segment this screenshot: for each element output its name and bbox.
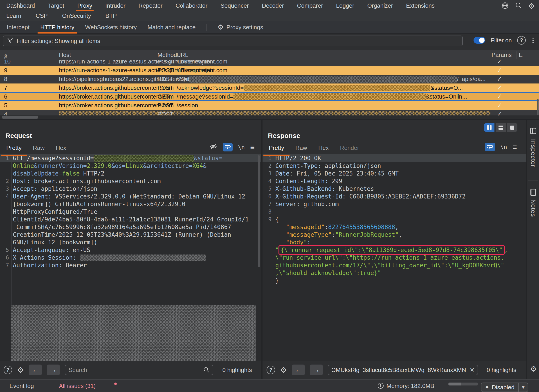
menu-item-comparer[interactable]: Comparer xyxy=(297,2,323,9)
menu-icon[interactable]: ≡ xyxy=(250,143,255,151)
menu-item-intruder[interactable]: Intruder xyxy=(105,2,125,9)
row-number: 10 xyxy=(4,60,10,66)
tab-pretty[interactable]: Pretty xyxy=(269,145,284,151)
menu-item-proxy[interactable]: Proxy xyxy=(77,2,92,9)
annotation-highlight-box: {\"runner_request_id\":\"8a11369d-eced-5… xyxy=(279,245,505,255)
editor-line: 2Content-Type: application/json xyxy=(263,162,526,170)
tab-inspector[interactable]: Inspector xyxy=(529,139,537,167)
newline-icon[interactable]: \n xyxy=(238,144,245,150)
tab-notes[interactable]: Notes xyxy=(529,199,537,217)
line-number: 6 xyxy=(263,193,272,200)
menu-item-repeater[interactable]: Repeater xyxy=(139,2,163,9)
word-wrap-icon[interactable] xyxy=(223,143,233,151)
response-editor[interactable]: 1HTTP/2 200 OK2Content-Type: application… xyxy=(263,154,526,391)
menu-item-sequencer[interactable]: Sequencer xyxy=(221,2,249,9)
filter-toggle[interactable] xyxy=(474,37,485,44)
row-method: POST xyxy=(158,66,173,75)
response-search-input[interactable]: ƆMUksRlg_3sflucut8c5B8arxLMWq_8WkRanxXMN… xyxy=(328,365,478,375)
search-icon[interactable] xyxy=(515,2,522,10)
clear-search-icon[interactable]: ✕ xyxy=(468,367,475,373)
filter-settings-field[interactable]: Filter settings: Showing all items xyxy=(3,36,463,46)
tab-http-history[interactable]: HTTP history xyxy=(40,24,74,31)
request-scrollbar[interactable] xyxy=(258,155,260,267)
tab-intercept[interactable]: Intercept xyxy=(7,24,29,31)
inspector-icon[interactable] xyxy=(529,127,537,136)
memory-bar xyxy=(448,382,478,386)
table-row-4[interactable]: 4POST✓ xyxy=(0,110,539,116)
menu-item-onsecurity[interactable]: OnSecurity xyxy=(62,12,91,19)
event-log-button[interactable]: Event log xyxy=(10,382,34,390)
notes-icon[interactable] xyxy=(530,189,537,197)
prev-match-button[interactable]: ← xyxy=(29,365,42,375)
row-number: 4 xyxy=(4,110,7,116)
table-row-6[interactable]: 6https://broker.actions.githubuserconten… xyxy=(0,92,539,101)
tab-raw[interactable]: Raw xyxy=(295,145,307,151)
next-match-button[interactable]: → xyxy=(47,365,60,375)
table-row-10[interactable]: 10https://run-actions-1-azure-eastus.act… xyxy=(0,60,539,66)
tab-websockets-history[interactable]: WebSockets history xyxy=(85,24,137,31)
tab-pretty[interactable]: Pretty xyxy=(6,145,22,151)
burp-ai-button[interactable]: ✦ Disabled ▼ xyxy=(481,382,528,392)
editor-line: CreationTime/2025-12-05T23%3A40%3A29.915… xyxy=(0,231,261,238)
panel-settings-icon[interactable]: ⚙ xyxy=(530,365,537,373)
main-menubar: DashboardTargetProxyIntruderRepeaterColl… xyxy=(0,0,539,21)
menu-item-learn[interactable]: Learn xyxy=(6,12,21,19)
column-method[interactable]: Method xyxy=(158,52,177,58)
table-row-5[interactable]: 5https://broker.actions.githubuserconten… xyxy=(0,101,539,110)
table-row-8[interactable]: 8https://pipelinesghubeus22.actions.gith… xyxy=(0,75,539,83)
prev-match-button[interactable]: ← xyxy=(292,365,305,375)
single-pane-button[interactable] xyxy=(507,123,517,132)
search-settings-icon[interactable]: ⚙ xyxy=(280,366,287,374)
request-search-input[interactable]: Search xyxy=(65,365,213,375)
split-columns-button[interactable] xyxy=(484,123,495,132)
help-icon[interactable]: ? xyxy=(517,36,526,44)
tab-match-and-replace[interactable]: Match and replace xyxy=(148,24,196,31)
table-row-9[interactable]: 9https://run-actions-1-azure-eastus.acti… xyxy=(0,66,539,75)
column-edited[interactable]: E xyxy=(519,52,523,58)
response-title: Response xyxy=(268,132,300,140)
params-check-icon: ✓ xyxy=(495,83,504,92)
help-icon[interactable]: ? xyxy=(267,366,275,374)
all-issues-button[interactable]: All issues (31) xyxy=(59,382,96,390)
menu-item-extensions[interactable]: Extensions xyxy=(406,2,435,9)
eye-off-icon[interactable] xyxy=(209,143,217,152)
response-highlights-count: 0 highlights xyxy=(486,367,516,373)
menu-icon[interactable]: ≡ xyxy=(512,143,517,151)
globe-icon[interactable] xyxy=(501,2,509,10)
menu-item-logger[interactable]: Logger xyxy=(336,2,354,9)
redacted-url xyxy=(244,85,430,91)
column-params[interactable]: Params xyxy=(491,52,512,58)
next-match-button[interactable]: → xyxy=(310,365,323,375)
menu-item-csp[interactable]: CSP xyxy=(36,12,48,19)
column-host[interactable]: Host xyxy=(59,52,71,58)
settings-icon[interactable]: ⚙ xyxy=(528,2,535,10)
more-options-icon[interactable] xyxy=(531,38,535,43)
line-number: 7 xyxy=(263,200,272,208)
menu-item-dashboard[interactable]: Dashboard xyxy=(6,2,35,9)
panel-splitter[interactable] xyxy=(261,120,263,379)
tab-proxy-settings[interactable]: ⚙ Proxy settings xyxy=(218,24,263,31)
table-horizontal-scrollbar[interactable] xyxy=(0,116,539,119)
tab-raw[interactable]: Raw xyxy=(33,145,44,151)
help-icon[interactable]: ? xyxy=(4,366,12,374)
menu-item-target[interactable]: Target xyxy=(48,2,64,9)
request-editor[interactable]: 1GET /message?sessionId=&status=Online&r… xyxy=(0,154,261,391)
newline-icon[interactable]: \n xyxy=(500,144,507,150)
menu-item-organizer[interactable]: Organizer xyxy=(367,2,393,9)
tab-hex[interactable]: Hex xyxy=(56,145,66,151)
word-wrap-icon[interactable] xyxy=(485,143,495,151)
menu-item-btp[interactable]: BTP xyxy=(106,12,117,19)
table-vertical-scrollbar[interactable] xyxy=(537,99,539,115)
menu-row-2: LearnCSPOnSecurityBTP xyxy=(0,11,539,20)
menu-item-decoder[interactable]: Decoder xyxy=(262,2,284,9)
proxy-subtabs: InterceptHTTP historyWebSockets historyM… xyxy=(0,21,539,34)
table-row-7[interactable]: 7https://broker.actions.githubuserconten… xyxy=(0,83,539,92)
gear-icon: ⚙ xyxy=(218,24,224,31)
menu-item-collaborator[interactable]: Collaborator xyxy=(176,2,208,9)
split-rows-button[interactable] xyxy=(496,123,506,132)
tab-hex[interactable]: Hex xyxy=(318,145,329,151)
column-url[interactable]: URL xyxy=(177,52,188,58)
tab-render[interactable]: Render xyxy=(340,145,359,151)
search-settings-icon[interactable]: ⚙ xyxy=(17,366,24,374)
status-bar: Event log All issues (31) Memory: 182.0M… xyxy=(0,379,539,392)
